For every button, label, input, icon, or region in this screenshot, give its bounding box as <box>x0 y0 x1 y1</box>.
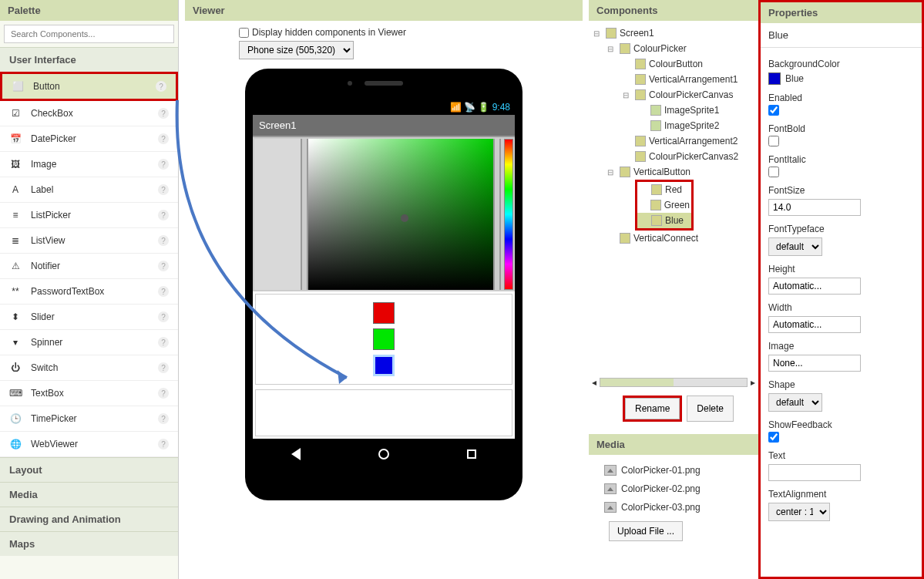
tree-item-verticalarrangement2[interactable]: VerticalArrangement2 <box>592 133 755 149</box>
width-input[interactable] <box>768 316 861 333</box>
palette-item-webviewer[interactable]: 🌐WebViewer? <box>0 432 178 457</box>
tree-item-blue[interactable]: Blue <box>637 213 691 228</box>
rename-button[interactable]: Rename <box>625 398 680 419</box>
help-icon[interactable]: ? <box>158 159 169 170</box>
display-hidden-input[interactable] <box>239 28 249 38</box>
help-icon[interactable]: ? <box>158 133 169 144</box>
media-file-item[interactable]: ColorPicker-03.png <box>595 498 752 517</box>
delete-button[interactable]: Delete <box>687 396 734 422</box>
scroll-right-icon[interactable]: ▸ <box>751 377 755 388</box>
home-icon[interactable] <box>378 449 389 459</box>
tree-item-verticalbutton[interactable]: ⊟VerticalButton <box>592 164 755 180</box>
vertical-button-area <box>255 294 512 385</box>
palette-item-checkbox[interactable]: ☑CheckBox? <box>0 101 178 126</box>
tree-item-colourpickercanvas[interactable]: ⊟ColourPickerCanvas <box>592 87 755 103</box>
colour-gradient-canvas[interactable] <box>308 139 493 290</box>
tree-item-imagesprite1[interactable]: ImageSprite1 <box>592 103 755 118</box>
backgroundcolor-value-row[interactable]: Blue <box>768 72 914 85</box>
showfeedback-checkbox[interactable] <box>768 432 779 443</box>
palette-item-button[interactable]: ⬜Button? <box>0 72 178 101</box>
height-input[interactable] <box>768 278 861 295</box>
fontbold-checkbox[interactable] <box>768 136 779 146</box>
palette-item-spinner[interactable]: ▾Spinner? <box>0 330 178 355</box>
help-icon[interactable]: ? <box>158 261 169 271</box>
recent-icon[interactable] <box>467 449 476 459</box>
category-maps[interactable]: Maps <box>0 531 178 556</box>
picker-dot-icon[interactable] <box>401 214 408 222</box>
tree-item-screen1[interactable]: ⊟Screen1 <box>592 25 755 41</box>
button-icon: ⬜ <box>12 80 24 93</box>
category-user-interface[interactable]: User Interface <box>0 47 178 72</box>
help-icon[interactable]: ? <box>158 388 169 399</box>
help-icon[interactable]: ? <box>158 286 169 297</box>
media-file-item[interactable]: ColorPicker-01.png <box>595 461 752 480</box>
fontitalic-checkbox[interactable] <box>768 167 779 177</box>
red-button[interactable] <box>373 302 395 324</box>
category-drawing[interactable]: Drawing and Animation <box>0 507 178 531</box>
category-layout[interactable]: Layout <box>0 457 178 482</box>
passwordtextbox-icon: ** <box>9 285 22 298</box>
help-icon[interactable]: ? <box>158 235 169 246</box>
display-hidden-checkbox[interactable]: Display hidden components in Viewer <box>239 27 406 38</box>
collapse-icon[interactable]: ⊟ <box>593 29 603 38</box>
hscroll-thumb[interactable] <box>600 379 674 386</box>
collapse-icon[interactable]: ⊟ <box>607 45 617 53</box>
tree-item-red[interactable]: Red <box>637 182 691 197</box>
fontsize-input[interactable] <box>768 199 861 216</box>
scroll-left-icon[interactable]: ◂ <box>592 377 596 388</box>
text-input[interactable] <box>768 464 861 481</box>
tree-item-verticalarrangement1[interactable]: VerticalArrangement1 <box>592 72 755 87</box>
android-navbar <box>253 439 515 470</box>
search-components-input[interactable] <box>4 25 174 43</box>
help-icon[interactable]: ? <box>158 337 169 348</box>
tree-item-label: ColourPickerCanvas <box>649 89 733 100</box>
palette-item-label: TextBox <box>31 388 64 399</box>
components-title: Components <box>589 0 758 21</box>
components-tree: ⊟Screen1⊟ColourPickerColourButtonVertica… <box>589 21 758 375</box>
hue-strip-canvas[interactable] <box>504 139 513 290</box>
help-icon[interactable]: ? <box>156 81 166 92</box>
collapse-icon[interactable]: ⊟ <box>607 168 617 177</box>
swatch-preview <box>254 139 301 290</box>
upload-file-button[interactable]: Upload File ... <box>609 521 683 541</box>
palette-item-passwordtextbox[interactable]: **PasswordTextBox? <box>0 279 178 305</box>
help-icon[interactable]: ? <box>158 311 169 322</box>
green-button[interactable] <box>373 328 395 350</box>
enabled-checkbox[interactable] <box>768 105 779 116</box>
blue-button[interactable] <box>373 355 395 376</box>
palette-item-label[interactable]: ALabel? <box>0 177 178 203</box>
shape-select[interactable]: default <box>768 393 822 412</box>
textalignment-select[interactable]: center : 1 <box>768 503 830 521</box>
help-icon[interactable]: ? <box>158 362 169 373</box>
phone-size-select[interactable]: Phone size (505,320) <box>239 41 354 59</box>
help-icon[interactable]: ? <box>158 108 169 119</box>
media-file-item[interactable]: ColorPicker-02.png <box>595 480 752 498</box>
hscroll-track[interactable] <box>600 378 748 387</box>
palette-item-notifier[interactable]: ⚠Notifier? <box>0 254 178 279</box>
image-input[interactable] <box>768 355 861 372</box>
tree-item-green[interactable]: Green <box>637 197 691 213</box>
tree-item-verticalconnect[interactable]: VerticalConnect <box>592 231 755 246</box>
palette-item-textbox[interactable]: ⌨TextBox? <box>0 381 178 406</box>
palette-item-switch[interactable]: ⏻Switch? <box>0 355 178 381</box>
palette-item-image[interactable]: 🖼Image? <box>0 152 178 177</box>
palette-item-slider[interactable]: ⬍Slider? <box>0 305 178 330</box>
palette-item-datepicker[interactable]: 📅DatePicker? <box>0 126 178 152</box>
help-icon[interactable]: ? <box>158 413 169 424</box>
category-media[interactable]: Media <box>0 482 178 507</box>
tree-item-colourpicker[interactable]: ⊟ColourPicker <box>592 41 755 56</box>
label-icon: A <box>9 183 22 196</box>
tree-item-colourpickercanvas2[interactable]: ColourPickerCanvas2 <box>592 149 755 164</box>
help-icon[interactable]: ? <box>158 210 169 220</box>
palette-item-listpicker[interactable]: ≡ListPicker? <box>0 203 178 228</box>
palette-item-timepicker[interactable]: 🕒TimePicker? <box>0 406 178 432</box>
tree-item-colourbutton[interactable]: ColourButton <box>592 56 755 72</box>
palette-item-listview[interactable]: ≣ListView? <box>0 228 178 254</box>
help-icon[interactable]: ? <box>158 184 169 195</box>
fonttypeface-select[interactable]: default <box>768 237 822 256</box>
back-icon[interactable] <box>291 448 301 460</box>
tree-item-imagesprite2[interactable]: ImageSprite2 <box>592 118 755 133</box>
tree-hscroll[interactable]: ◂ ▸ <box>589 375 758 389</box>
help-icon[interactable]: ? <box>158 439 169 449</box>
collapse-icon[interactable]: ⊟ <box>623 91 632 99</box>
